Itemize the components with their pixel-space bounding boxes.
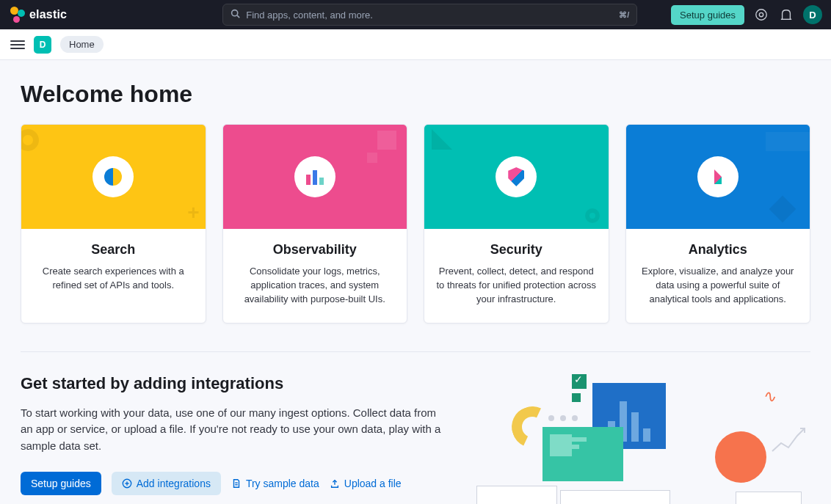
integrations-text: To start working with your data, use one…	[21, 405, 447, 455]
integrations-actions: Setup guides Add integrations Try sample…	[21, 472, 447, 495]
try-sample-data-link[interactable]: Try sample data	[231, 478, 319, 489]
breadcrumb-home[interactable]: Home	[60, 36, 104, 53]
page-title: Welcome home	[21, 81, 810, 108]
sub-header: D Home	[0, 29, 831, 60]
top-bar: elastic Find apps, content, and more. ⌘/…	[0, 0, 831, 29]
analytics-product-icon	[714, 169, 722, 184]
svg-point-2	[756, 10, 766, 20]
try-sample-label: Try sample data	[246, 478, 319, 489]
global-search[interactable]: Find apps, content, and more. ⌘/	[222, 4, 637, 26]
integrations-section: Get started by adding integrations To st…	[21, 374, 810, 504]
card-title: Search	[33, 242, 194, 258]
card-title: Analytics	[638, 242, 799, 258]
setup-guides-button[interactable]: Setup guides	[671, 5, 744, 25]
brand-text: elastic	[29, 8, 67, 21]
help-icon[interactable]	[753, 7, 769, 23]
svg-point-3	[759, 12, 763, 16]
card-desc: Consolidate your logs, metrics, applicat…	[235, 265, 396, 307]
card-hero-security	[424, 125, 609, 229]
upload-icon	[330, 478, 340, 489]
keyboard-shortcut-hint: ⌘/	[619, 10, 629, 20]
card-title: Security	[436, 242, 597, 258]
page-content: Welcome home + Search Create search expe…	[0, 60, 831, 504]
card-hero-analytics	[626, 125, 810, 229]
search-icon	[231, 9, 240, 21]
newsfeed-icon[interactable]	[778, 7, 794, 23]
user-avatar[interactable]: D	[803, 5, 822, 24]
card-search[interactable]: + Search Create search experiences with …	[21, 124, 206, 324]
observability-product-icon	[306, 169, 324, 185]
card-title: Observability	[235, 242, 396, 258]
solution-cards: + Search Create search experiences with …	[21, 124, 810, 324]
card-hero-observability	[223, 125, 407, 229]
integrations-title: Get started by adding integrations	[21, 374, 447, 393]
card-hero-search: +	[21, 125, 206, 229]
document-icon	[231, 478, 242, 489]
search-product-icon	[104, 168, 122, 186]
integrations-illustration: ∿ ⬆	[469, 374, 810, 504]
card-security[interactable]: Security Prevent, collect, detect, and r…	[424, 124, 609, 324]
card-desc: Prevent, collect, detect, and respond to…	[436, 265, 597, 307]
divider	[21, 351, 810, 352]
security-product-icon	[508, 167, 524, 186]
svg-point-0	[232, 10, 238, 16]
space-selector[interactable]: D	[34, 36, 51, 54]
svg-line-1	[237, 15, 239, 18]
upload-file-link[interactable]: Upload a file	[330, 478, 402, 489]
card-analytics[interactable]: Analytics Explore, visualize, and analyz…	[625, 124, 811, 324]
add-integrations-button[interactable]: Add integrations	[112, 472, 221, 495]
setup-guides-button-inline[interactable]: Setup guides	[21, 472, 101, 495]
plus-circle-icon	[122, 478, 132, 489]
upload-file-label: Upload a file	[344, 478, 402, 489]
brand-logo[interactable]: elastic	[9, 7, 67, 23]
nav-toggle-icon[interactable]	[10, 37, 25, 52]
add-integrations-label: Add integrations	[137, 478, 211, 489]
search-placeholder: Find apps, content, and more.	[246, 10, 613, 21]
elastic-logo-icon	[9, 7, 25, 23]
card-desc: Explore, visualize, and analyze your dat…	[638, 265, 799, 307]
card-desc: Create search experiences with a refined…	[33, 265, 194, 293]
card-observability[interactable]: Observability Consolidate your logs, met…	[222, 124, 408, 324]
top-bar-right: Setup guides D	[671, 5, 822, 25]
